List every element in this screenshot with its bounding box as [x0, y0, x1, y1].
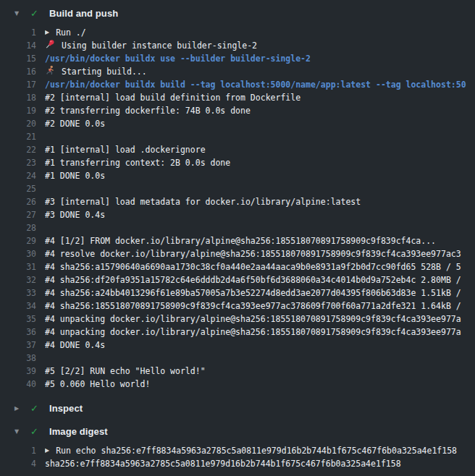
- log-text: #3 DONE 0.4s: [45, 208, 105, 221]
- expand-run-icon[interactable]: ▶: [45, 444, 49, 457]
- log-text: #2 DONE 0.0s: [45, 117, 105, 130]
- log-text-value: #3 [internal] load metadata for docker.i…: [45, 195, 361, 208]
- section-header-image-digest[interactable]: ▼✓Image digest: [0, 422, 475, 440]
- log-text-value: #5 [2/2] RUN echo "Hello world!": [45, 365, 206, 378]
- log-line: 22#1 [internal] load .dockerignore: [0, 143, 475, 156]
- pushpin-icon: [45, 39, 55, 52]
- line-number[interactable]: 29: [0, 234, 36, 247]
- log-line: 28: [0, 221, 475, 234]
- log-text-value: #1 [internal] load .dockerignore: [45, 143, 206, 156]
- log-text-value: /usr/bin/docker buildx build --tag local…: [45, 78, 466, 91]
- log-line: 23#1 transferring context: 2B 0.0s done: [0, 156, 475, 169]
- log-line: 14Using builder instance builder-single-…: [0, 39, 475, 52]
- log-text: #4 sha256:185518070891758909c9f839cf4ca3…: [45, 299, 461, 313]
- line-number[interactable]: 19: [0, 104, 36, 117]
- line-number[interactable]: 38: [0, 352, 36, 365]
- log-line: 19#2 transferring dockerfile: 74B 0.0s d…: [0, 104, 475, 117]
- log-line: 27#3 DONE 0.4s: [0, 208, 475, 221]
- log-text: #4 sha256:df20fa9351a15782c64e6dddb2d4a6…: [45, 273, 461, 286]
- line-number[interactable]: 20: [0, 117, 36, 130]
- log-line: 24#1 DONE 0.0s: [0, 169, 475, 182]
- check-icon: ✓: [30, 8, 42, 19]
- log-line: 15/usr/bin/docker buildx use --builder b…: [0, 52, 475, 65]
- line-number[interactable]: 26: [0, 195, 36, 208]
- log-text-value: #1 DONE 0.0s: [45, 169, 105, 182]
- line-number[interactable]: 22: [0, 143, 36, 156]
- log-lines: 1▶Run ./14Using builder instance builder…: [0, 22, 475, 399]
- log-text: #1 [internal] load .dockerignore: [45, 143, 206, 156]
- line-number[interactable]: 40: [0, 378, 36, 391]
- log-line: 38: [0, 352, 475, 365]
- line-number[interactable]: 24: [0, 169, 36, 182]
- line-number[interactable]: 31: [0, 260, 36, 273]
- expand-run-icon[interactable]: ▶: [45, 26, 49, 39]
- log-line: 21: [0, 130, 475, 143]
- log-line: 18#2 [internal] load build definition fr…: [0, 91, 475, 104]
- log-text: #4 unpacking docker.io/library/alpine@sh…: [45, 313, 461, 326]
- log-text: #1 transferring context: 2B 0.0s done: [45, 156, 230, 169]
- line-number[interactable]: 28: [0, 221, 36, 234]
- log-lines: 1▶Run echo sha256:e7ff8834a5963a2785c5a0…: [0, 440, 475, 476]
- log-line: 33#4 sha256:a24bb4013296f61e89ba57005a7b…: [0, 286, 475, 299]
- log-text-value: #4 sha256:a15790640a6690aa1730c38cf0a440…: [45, 260, 461, 273]
- section-header-build-and-push[interactable]: ▼✓Build and push: [0, 4, 475, 22]
- line-number[interactable]: 16: [0, 65, 36, 78]
- log-text: Starting build...: [45, 65, 147, 78]
- log-line: 1▶Run ./: [0, 26, 475, 39]
- log-text: #4 DONE 0.4s: [45, 339, 105, 352]
- workflow-log-viewer: ▼✓Build and push1▶Run ./14Using builder …: [0, 0, 475, 476]
- check-icon: ✓: [30, 426, 42, 437]
- section-title: Inspect: [49, 403, 83, 414]
- line-number[interactable]: 27: [0, 208, 36, 221]
- log-text: #5 [2/2] RUN echo "Hello world!": [45, 365, 206, 378]
- check-icon: ✓: [30, 403, 42, 414]
- log-text: #2 transferring dockerfile: 74B 0.0s don…: [45, 104, 251, 117]
- line-number[interactable]: 4: [0, 457, 36, 470]
- log-text-value: #4 [1/2] FROM docker.io/library/alpine@s…: [45, 234, 436, 247]
- log-text-value: #4 resolve docker.io/library/alpine@sha2…: [45, 247, 461, 260]
- log-text-value: #5 0.060 Hello world!: [45, 378, 150, 391]
- log-text: Using builder instance builder-single-2: [45, 39, 257, 52]
- line-number[interactable]: 21: [0, 130, 36, 143]
- log-line: 26#3 [internal] load metadata for docker…: [0, 195, 475, 208]
- log-text: #2 [internal] load build definition from…: [45, 91, 300, 104]
- line-number[interactable]: 1: [0, 444, 36, 457]
- line-number[interactable]: 25: [0, 182, 36, 195]
- line-number[interactable]: 17: [0, 78, 36, 91]
- line-number[interactable]: 18: [0, 91, 36, 104]
- log-text-value: Starting build...: [62, 65, 147, 78]
- line-number[interactable]: 37: [0, 339, 36, 352]
- line-number[interactable]: 39: [0, 365, 36, 378]
- line-number[interactable]: 36: [0, 326, 36, 339]
- log-text: #4 [1/2] FROM docker.io/library/alpine@s…: [45, 234, 436, 247]
- log-line: 35#4 unpacking docker.io/library/alpine@…: [0, 313, 475, 326]
- line-number[interactable]: 34: [0, 299, 36, 313]
- section-title: Image digest: [49, 426, 108, 437]
- log-command-text: /usr/bin/docker buildx use --builder bui…: [45, 52, 311, 65]
- line-number[interactable]: 23: [0, 156, 36, 169]
- section-title: Build and push: [49, 8, 118, 19]
- section-header-inspect[interactable]: ▶✓Inspect: [0, 399, 475, 417]
- log-text-value: Run echo sha256:e7ff8834a5963a2785c5a081…: [56, 444, 457, 457]
- log-text-value: #2 transferring dockerfile: 74B 0.0s don…: [45, 104, 251, 117]
- line-number[interactable]: 15: [0, 52, 36, 65]
- line-number[interactable]: 32: [0, 273, 36, 286]
- chevron-right-icon: ▶: [14, 405, 25, 412]
- log-text-value: Run ./: [56, 26, 86, 39]
- line-number[interactable]: 14: [0, 39, 36, 52]
- log-text: #5 0.060 Hello world!: [45, 378, 150, 391]
- log-text-value: /usr/bin/docker buildx use --builder bui…: [45, 52, 311, 65]
- log-text-value: Using builder instance builder-single-2: [62, 39, 257, 52]
- chevron-down-icon: ▼: [14, 428, 25, 435]
- line-number[interactable]: 1: [0, 26, 36, 39]
- line-number[interactable]: 35: [0, 313, 36, 326]
- line-number[interactable]: 33: [0, 286, 36, 299]
- line-number[interactable]: 30: [0, 247, 36, 260]
- log-text-value: #4 sha256:df20fa9351a15782c64e6dddb2d4a6…: [45, 273, 461, 286]
- log-text: #1 DONE 0.0s: [45, 169, 105, 182]
- log-text: ▶Run ./: [45, 26, 86, 39]
- log-line: 37#4 DONE 0.4s: [0, 339, 475, 352]
- log-text-value: #4 unpacking docker.io/library/alpine@sh…: [45, 326, 461, 339]
- section-inspect: ▶✓Inspect: [0, 399, 475, 417]
- log-text: #4 resolve docker.io/library/alpine@sha2…: [45, 247, 461, 260]
